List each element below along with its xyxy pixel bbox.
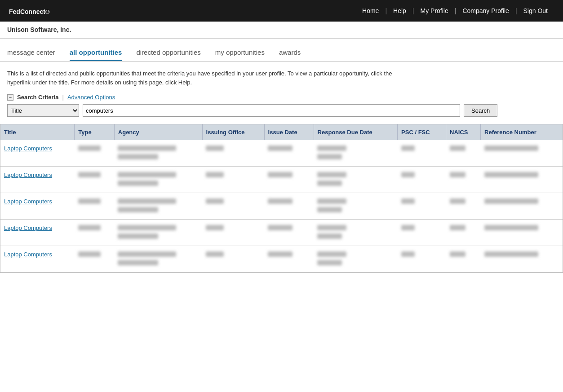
agency-cell	[114, 167, 202, 193]
response-due-date-cell	[314, 193, 397, 220]
title-col-header: Title	[0, 124, 75, 140]
reference-number-cell	[481, 193, 563, 220]
reference-number-cell	[481, 140, 563, 167]
my-opportunities-tab[interactable]: my opportunities	[215, 48, 265, 61]
issuing-office-cell	[202, 140, 264, 167]
table-row: Laptop Computers	[0, 193, 563, 220]
psc-fsc-cell	[398, 167, 446, 193]
search-input[interactable]	[83, 104, 460, 117]
type-cell	[75, 220, 114, 246]
naics-cell	[446, 193, 481, 220]
opportunity-link[interactable]: Laptop Computers	[4, 198, 71, 206]
search-row: Title Agency Reference Number NAICS PSC/…	[7, 104, 556, 117]
table-row: Laptop Computers	[0, 220, 563, 246]
issuing-office-col-header: Issuing Office	[202, 124, 264, 140]
psc-fsc-cell	[398, 220, 446, 246]
agency-cell	[114, 193, 202, 220]
agency-col-header: Agency	[114, 124, 202, 140]
table-row: Laptop Computers	[0, 246, 563, 273]
opportunity-link[interactable]: Laptop Computers	[4, 224, 71, 232]
directed-opportunities-tab[interactable]: directed opportunities	[136, 48, 200, 61]
psc-fsc-cell	[398, 140, 446, 167]
naics-col-header: NAICS	[446, 124, 481, 140]
info-text: This is a list of directed and public op…	[0, 62, 404, 90]
title-cell: Laptop Computers	[0, 167, 75, 193]
search-area: − Search Criteria | Advanced Options Tit…	[0, 90, 563, 124]
search-button[interactable]: Search	[464, 104, 497, 117]
type-cell	[75, 193, 114, 220]
table-row: Laptop Computers	[0, 167, 563, 193]
site-header: FedConnect® Home | Help | My Profile | C…	[0, 0, 563, 22]
response-due-date-col-header: Response Due Date	[314, 124, 397, 140]
response-due-date-cell	[314, 246, 397, 273]
table-header-row: Title Type Agency Issuing Office Issue D…	[0, 124, 563, 140]
issuing-office-cell	[202, 246, 264, 273]
title-cell: Laptop Computers	[0, 193, 75, 220]
psc-fsc-col-header: PSC / FSC	[398, 124, 446, 140]
response-due-date-cell	[314, 140, 397, 167]
issue-date-cell	[264, 220, 314, 246]
issuing-office-cell	[202, 167, 264, 193]
advanced-options-link[interactable]: Advanced Options	[67, 94, 115, 101]
issuing-office-cell	[202, 193, 264, 220]
home-nav[interactable]: Home	[356, 7, 385, 14]
title-cell: Laptop Computers	[0, 140, 75, 167]
company-bar: Unison Software, Inc.	[0, 22, 563, 39]
naics-cell	[446, 246, 481, 273]
reference-number-cell	[481, 246, 563, 273]
help-nav[interactable]: Help	[387, 7, 412, 14]
type-col-header: Type	[75, 124, 114, 140]
search-criteria-label: Search Criteria	[17, 94, 59, 101]
response-due-date-cell	[314, 167, 397, 193]
response-due-date-cell	[314, 220, 397, 246]
naics-cell	[446, 220, 481, 246]
all-opportunities-tab[interactable]: all opportunities	[70, 48, 122, 61]
sign-out-nav[interactable]: Sign Out	[517, 7, 554, 14]
issue-date-col-header: Issue Date	[264, 124, 314, 140]
reference-number-col-header: Reference Number	[481, 124, 563, 140]
issue-date-cell	[264, 193, 314, 220]
reference-number-cell	[481, 220, 563, 246]
site-logo: FedConnect®	[9, 5, 356, 17]
issue-date-cell	[264, 167, 314, 193]
results-table-wrapper: Title Type Agency Issuing Office Issue D…	[0, 124, 563, 273]
psc-fsc-cell	[398, 193, 446, 220]
issue-date-cell	[264, 246, 314, 273]
table-row: Laptop Computers	[0, 140, 563, 167]
my-profile-nav[interactable]: My Profile	[414, 7, 455, 14]
search-field-select[interactable]: Title Agency Reference Number NAICS PSC/…	[7, 104, 79, 117]
awards-tab[interactable]: awards	[279, 48, 301, 61]
title-cell: Laptop Computers	[0, 220, 75, 246]
issuing-office-cell	[202, 220, 264, 246]
type-cell	[75, 246, 114, 273]
tab-bar: message center all opportunities directe…	[0, 39, 563, 62]
type-cell	[75, 140, 114, 167]
naics-cell	[446, 167, 481, 193]
title-cell: Laptop Computers	[0, 246, 75, 273]
opportunity-link[interactable]: Laptop Computers	[4, 251, 71, 259]
type-cell	[75, 167, 114, 193]
agency-cell	[114, 140, 202, 167]
opportunity-link[interactable]: Laptop Computers	[4, 171, 71, 179]
agency-cell	[114, 246, 202, 273]
message-center-tab[interactable]: message center	[7, 48, 55, 61]
agency-cell	[114, 220, 202, 246]
results-table: Title Type Agency Issuing Office Issue D…	[0, 124, 563, 273]
opportunity-link[interactable]: Laptop Computers	[4, 145, 71, 153]
issue-date-cell	[264, 140, 314, 167]
search-criteria-header: − Search Criteria | Advanced Options	[7, 94, 556, 101]
collapse-button[interactable]: −	[7, 94, 13, 101]
company-profile-nav[interactable]: Company Profile	[456, 7, 515, 14]
psc-fsc-cell	[398, 246, 446, 273]
naics-cell	[446, 140, 481, 167]
company-name: Unison Software, Inc.	[7, 26, 71, 33]
reference-number-cell	[481, 167, 563, 193]
main-nav: Home | Help | My Profile | Company Profi…	[356, 7, 554, 14]
table-body: Laptop ComputersLaptop ComputersLaptop C…	[0, 140, 563, 273]
